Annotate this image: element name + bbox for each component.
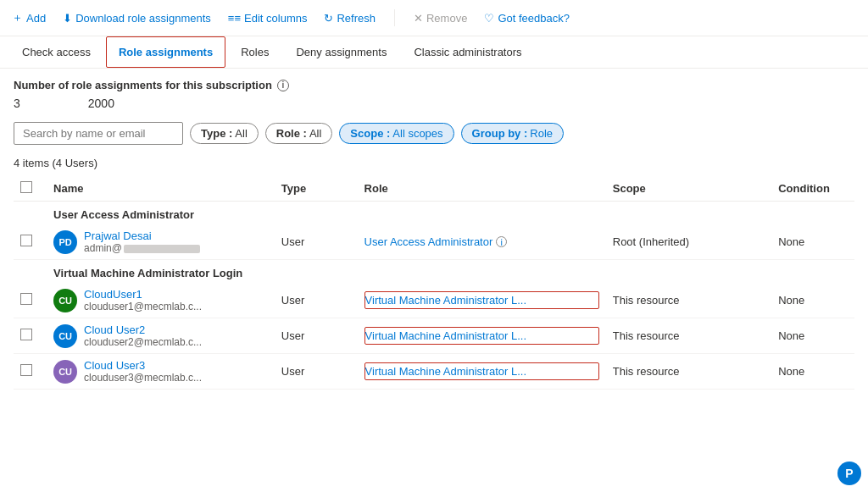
user-email: clouduser2@mecmlab.c... xyxy=(84,336,202,348)
condition-cell: None xyxy=(771,283,854,318)
prajwal-logo: P xyxy=(837,462,861,485)
table-row: CU CloudUser1 clouduser1@mecmlab.c... Us… xyxy=(14,283,854,318)
download-label: Download role assignments xyxy=(75,12,211,25)
user-name[interactable]: CloudUser1 xyxy=(84,288,202,301)
groupby-filter[interactable]: Group by : Role xyxy=(461,123,564,144)
col-header-type: Type xyxy=(275,176,358,202)
type-filter[interactable]: Type : All xyxy=(190,123,259,144)
user-name[interactable]: Prajwal Desai xyxy=(84,229,200,242)
select-all-checkbox[interactable] xyxy=(20,181,32,193)
type-cell: User xyxy=(275,354,358,390)
user-name[interactable]: Cloud User2 xyxy=(84,323,202,336)
col-header-condition: Condition xyxy=(771,176,854,202)
col-header-scope: Scope xyxy=(606,176,771,202)
group-name: Virtual Machine Administrator Login xyxy=(47,260,854,284)
tab-role-assignments[interactable]: Role assignments xyxy=(106,36,225,68)
type-cell: User xyxy=(275,283,358,318)
item-count: 4 items (4 Users) xyxy=(14,157,854,169)
role-link[interactable]: Virtual Machine Administrator L... xyxy=(365,329,598,342)
toolbar: ＋ Add ⬇ Download role assignments ≡≡ Edi… xyxy=(0,0,868,36)
scope-cell: Root (Inherited) xyxy=(606,224,771,260)
type-cell: User xyxy=(275,318,358,354)
columns-icon: ≡≡ xyxy=(228,12,241,25)
toolbar-divider xyxy=(394,9,395,26)
user-name[interactable]: Cloud User3 xyxy=(84,359,202,372)
refresh-label: Refresh xyxy=(337,12,376,25)
download-button[interactable]: ⬇ Download role assignments xyxy=(61,8,213,28)
condition-cell: None xyxy=(771,224,854,260)
tab-classic-admins[interactable]: Classic administrators xyxy=(402,37,533,67)
add-button[interactable]: ＋ Add xyxy=(10,7,47,29)
user-email: clouduser1@mecmlab.c... xyxy=(84,301,202,312)
stat1: 3 xyxy=(14,97,20,110)
content-area: Number of role assignments for this subs… xyxy=(0,69,868,400)
tab-deny-assignments[interactable]: Deny assignments xyxy=(284,37,398,67)
add-label: Add xyxy=(26,12,46,25)
feedback-label: Got feedback? xyxy=(498,12,570,25)
edit-columns-button[interactable]: ≡≡ Edit columns xyxy=(226,8,309,28)
name-info: Cloud User2 clouduser2@mecmlab.c... xyxy=(84,323,202,348)
name-info: CloudUser1 clouduser1@mecmlab.c... xyxy=(84,288,202,312)
type-cell: User xyxy=(275,224,358,260)
name-cell: CU CloudUser1 clouduser1@mecmlab.c... xyxy=(47,283,275,318)
role-filter[interactable]: Role : All xyxy=(265,123,333,144)
row-checkbox-cell xyxy=(14,283,47,318)
info-icon[interactable]: i xyxy=(277,80,289,91)
tabs-bar: Check access Role assignments Roles Deny… xyxy=(0,36,868,69)
name-cell: PD Prajwal Desai admin@ xyxy=(47,224,275,260)
condition-cell: None xyxy=(771,354,854,390)
table-row: CU Cloud User2 clouduser2@mecmlab.c... U… xyxy=(14,318,854,354)
scope-filter[interactable]: Scope : All scopes xyxy=(339,123,453,144)
name-cell: CU Cloud User2 clouduser2@mecmlab.c... xyxy=(47,318,275,354)
table-row: PD Prajwal Desai admin@ User User Access… xyxy=(14,224,854,260)
scope-cell: This resource xyxy=(606,283,771,318)
role-cell: Virtual Machine Administrator L... xyxy=(358,318,606,354)
avatar: CU xyxy=(53,360,77,384)
refresh-button[interactable]: ↻ Refresh xyxy=(322,8,377,28)
feedback-button[interactable]: ♡ Got feedback? xyxy=(482,8,571,28)
role-link[interactable]: Virtual Machine Administrator L... xyxy=(365,294,598,307)
feedback-icon: ♡ xyxy=(484,12,494,25)
user-email: admin@ xyxy=(84,242,200,254)
stats-row: 3 2000 xyxy=(14,97,854,110)
row-checkbox[interactable] xyxy=(20,329,32,340)
name-info: Cloud User3 clouduser3@mecmlab.c... xyxy=(84,359,202,384)
row-checkbox-cell xyxy=(14,224,47,260)
tab-roles[interactable]: Roles xyxy=(229,37,281,67)
name-cell: CU Cloud User3 clouduser3@mecmlab.c... xyxy=(47,354,275,390)
role-assignments-table: Name Type Role Scope Condition User Acce… xyxy=(14,176,854,390)
remove-label: Remove xyxy=(426,12,467,25)
row-checkbox[interactable] xyxy=(20,235,32,246)
search-input[interactable] xyxy=(14,122,183,145)
group-name: User Access Administrator xyxy=(47,202,854,225)
role-cell: Virtual Machine Administrator L... xyxy=(358,283,606,318)
row-checkbox[interactable] xyxy=(20,364,32,376)
avatar: CU xyxy=(53,289,77,312)
col-header-check xyxy=(14,176,47,202)
avatar: CU xyxy=(53,324,77,348)
role-link[interactable]: User Access Administrator i xyxy=(364,235,599,248)
tab-check-access[interactable]: Check access xyxy=(10,37,103,67)
add-icon: ＋ xyxy=(12,10,23,25)
download-icon: ⬇ xyxy=(63,12,72,25)
row-checkbox-cell xyxy=(14,354,47,390)
avatar: PD xyxy=(53,230,77,254)
group-header-row: User Access Administrator xyxy=(14,202,854,225)
name-info: Prajwal Desai admin@ xyxy=(84,229,200,254)
role-info-icon[interactable]: i xyxy=(496,236,507,247)
user-email: clouduser3@mecmlab.c... xyxy=(84,372,202,384)
refresh-icon: ↻ xyxy=(324,12,333,25)
remove-button[interactable]: ✕ Remove xyxy=(412,8,469,28)
scope-cell: This resource xyxy=(606,354,771,390)
remove-icon: ✕ xyxy=(414,12,423,25)
stat2: 2000 xyxy=(88,97,114,110)
row-checkbox-cell xyxy=(14,318,47,354)
table-row: CU Cloud User3 clouduser3@mecmlab.c... U… xyxy=(14,354,854,390)
edit-columns-label: Edit columns xyxy=(244,12,307,25)
filters-bar: Type : All Role : All Scope : All scopes… xyxy=(14,122,854,145)
condition-cell: None xyxy=(771,318,854,354)
role-link[interactable]: Virtual Machine Administrator L... xyxy=(365,365,598,378)
row-checkbox[interactable] xyxy=(20,293,32,305)
col-header-name: Name xyxy=(47,176,275,202)
role-cell: Virtual Machine Administrator L... xyxy=(358,354,606,390)
